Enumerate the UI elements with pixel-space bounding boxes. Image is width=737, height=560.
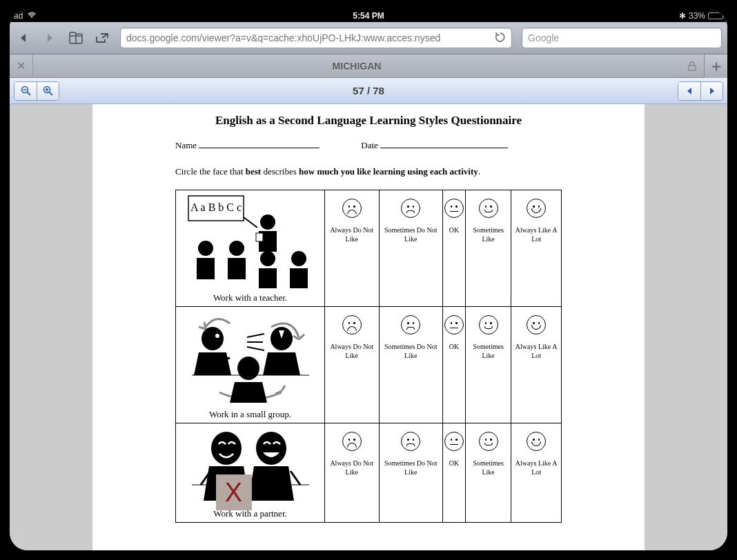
battery-icon xyxy=(708,12,723,19)
activity-caption: Work with a teacher. xyxy=(177,292,323,303)
svg-point-10 xyxy=(260,214,275,230)
activity-cell: A a B b C c Work with a teacher. xyxy=(176,190,325,307)
partner-illustration: X xyxy=(181,426,320,506)
teacher-illustration: A a B b C c xyxy=(181,193,320,290)
svg-point-23 xyxy=(237,357,259,380)
questionnaire-table: A a B b C c Work with a teacher. Always … xyxy=(175,190,562,523)
face-happy-icon xyxy=(527,315,546,334)
activity-cell: Work in a small group. xyxy=(176,307,325,423)
rating-cell: Always Do Not Like xyxy=(325,423,380,523)
name-date-row: Name Date xyxy=(175,140,562,151)
bluetooth-icon: ✱ xyxy=(679,11,686,21)
tab-close-button[interactable]: ✕ xyxy=(10,54,33,78)
battery-percent: 33% xyxy=(689,11,705,21)
page-counter: 57 / 78 xyxy=(59,85,678,97)
svg-line-28 xyxy=(291,471,300,485)
rating-cell: OK xyxy=(442,190,465,307)
face-happy-icon xyxy=(527,432,546,451)
rating-cell: Always Do Not Like xyxy=(325,190,380,307)
rating-cell: Always Do Not Like xyxy=(325,307,380,423)
rating-cell: Sometimes Like xyxy=(465,190,511,307)
url-bar[interactable]: docs.google.com/viewer?a=v&q=cache:xhoUj… xyxy=(120,28,512,48)
svg-point-17 xyxy=(215,334,219,338)
svg-point-13 xyxy=(229,241,244,256)
face-slight-sad-icon xyxy=(401,315,420,334)
lock-icon xyxy=(680,61,704,71)
document-page: English as a Second Language Learning St… xyxy=(92,104,645,550)
device-frame: ad 5:54 PM ✱ 33% docs.google.com/viewer?… xyxy=(0,0,737,560)
reload-icon[interactable] xyxy=(495,32,506,45)
prev-page-button[interactable] xyxy=(678,82,700,100)
table-row: A a B b C c Work with a teacher. Always … xyxy=(176,190,562,307)
zoom-in-button[interactable] xyxy=(37,82,59,100)
face-slight-sad-icon xyxy=(401,199,420,218)
search-placeholder: Google xyxy=(528,32,559,43)
activity-cell: X Work with a partner. xyxy=(176,423,325,523)
svg-line-1 xyxy=(27,92,30,96)
rating-cell: Sometimes Like xyxy=(465,423,511,523)
table-row: Work in a small group. Always Do Not Lik… xyxy=(176,307,562,423)
status-bar: ad 5:54 PM ✱ 33% xyxy=(10,10,727,22)
svg-point-27 xyxy=(256,432,286,465)
face-slight-happy-icon xyxy=(479,432,498,451)
rating-cell: OK xyxy=(442,307,465,423)
screen: ad 5:54 PM ✱ 33% docs.google.com/viewer?… xyxy=(10,10,727,550)
face-neutral-icon xyxy=(444,199,464,218)
svg-point-16 xyxy=(202,327,224,350)
zoom-out-button[interactable] xyxy=(14,82,37,100)
face-sad-icon xyxy=(342,432,362,451)
browser-toolbar: docs.google.com/viewer?a=v&q=cache:xhoUj… xyxy=(10,22,727,54)
status-time: 5:54 PM xyxy=(353,11,384,21)
face-slight-happy-icon xyxy=(479,315,498,334)
bookmarks-button[interactable] xyxy=(68,30,84,46)
date-label: Date xyxy=(361,140,378,150)
face-neutral-icon xyxy=(444,315,464,334)
face-slight-sad-icon xyxy=(401,432,420,451)
svg-point-12 xyxy=(198,241,213,256)
face-happy-icon xyxy=(527,199,546,218)
svg-line-20 xyxy=(247,334,264,337)
forward-button[interactable] xyxy=(41,30,58,46)
svg-text:A a B b C c: A a B b C c xyxy=(190,201,241,213)
next-page-button[interactable] xyxy=(700,82,723,100)
rating-cell: Sometimes Do Not Like xyxy=(379,423,442,523)
instruction-text: Circle the face that best describes how … xyxy=(175,166,562,177)
document-title: English as a Second Language Learning St… xyxy=(175,114,562,128)
carrier-label: ad xyxy=(14,11,23,21)
wifi-icon xyxy=(27,11,37,21)
document-viewport[interactable]: English as a Second Language Learning St… xyxy=(10,104,727,550)
svg-rect-11 xyxy=(256,233,263,241)
rating-cell: Always Like A Lot xyxy=(511,190,562,307)
svg-line-22 xyxy=(247,347,264,350)
new-tab-button[interactable]: ＋ xyxy=(704,54,727,78)
share-button[interactable] xyxy=(94,30,110,46)
face-slight-happy-icon xyxy=(479,199,498,218)
svg-point-25 xyxy=(211,432,242,465)
rating-cell: Sometimes Do Not Like xyxy=(379,190,442,307)
face-sad-icon xyxy=(342,199,362,218)
rating-cell: OK xyxy=(442,423,465,523)
tab-bar: ✕ MICHIGAN ＋ xyxy=(10,54,727,78)
face-sad-icon xyxy=(342,315,362,334)
table-row: X Work with a partner. Always Do Not Lik… xyxy=(176,423,562,523)
rating-cell: Always Like A Lot xyxy=(511,307,562,423)
activity-caption: Work in a small group. xyxy=(177,409,323,420)
svg-point-14 xyxy=(260,251,275,266)
name-label: Name xyxy=(175,140,197,150)
x-overlay-icon: X xyxy=(216,474,252,510)
tab-title[interactable]: MICHIGAN xyxy=(33,61,680,72)
rating-cell: Sometimes Like xyxy=(465,307,511,423)
url-text: docs.google.com/viewer?a=v&q=cache:xhoUj… xyxy=(126,32,495,43)
face-neutral-icon xyxy=(444,432,464,451)
rating-cell: Always Like A Lot xyxy=(511,423,562,523)
viewer-toolbar: 57 / 78 xyxy=(10,78,727,104)
svg-line-9 xyxy=(244,217,257,228)
svg-point-15 xyxy=(291,251,306,266)
rating-cell: Sometimes Do Not Like xyxy=(379,307,442,423)
back-button[interactable] xyxy=(15,30,32,46)
search-bar[interactable]: Google xyxy=(522,28,722,48)
svg-line-4 xyxy=(50,92,53,96)
group-illustration xyxy=(181,310,320,406)
